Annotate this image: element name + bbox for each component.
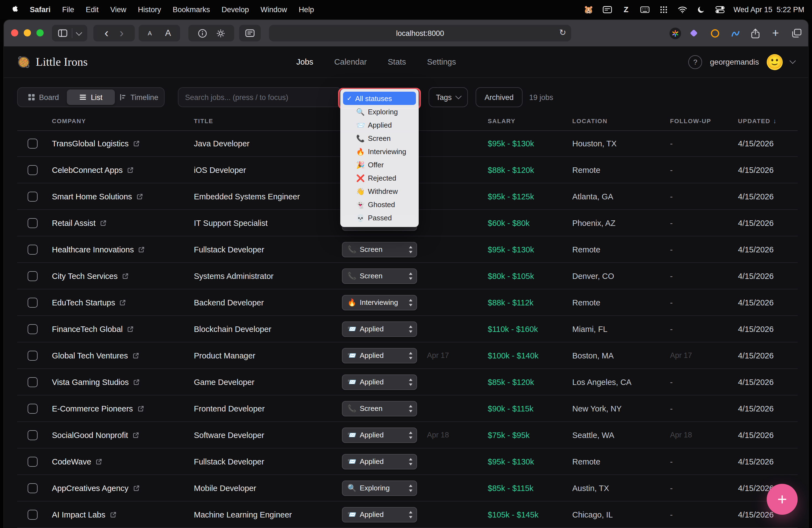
info-icon[interactable] <box>198 28 207 38</box>
settings-gear-icon[interactable] <box>216 28 225 38</box>
row-checkbox[interactable] <box>28 271 38 281</box>
menubar-item-edit[interactable]: Edit <box>86 5 99 14</box>
menubar-item-develop[interactable]: Develop <box>221 5 249 14</box>
status-option-interviewing[interactable]: 🔥Interviewing <box>343 145 416 158</box>
focus-moon-icon[interactable] <box>696 4 707 14</box>
menubar-item-window[interactable]: Window <box>260 5 287 14</box>
row-checkbox[interactable] <box>28 165 38 175</box>
status-option-applied[interactable]: 📨Applied <box>343 118 416 131</box>
menubar-item-bookmarks[interactable]: Bookmarks <box>173 5 210 14</box>
row-checkbox[interactable] <box>28 138 38 148</box>
external-link-icon[interactable] <box>127 326 134 332</box>
user-menu-chevron-icon[interactable] <box>789 58 796 64</box>
apple-menu-icon[interactable] <box>11 5 18 14</box>
extension-pinwheel-icon[interactable] <box>668 27 682 40</box>
status-select[interactable]: 📞Screen <box>342 268 417 283</box>
external-link-icon[interactable] <box>120 299 126 306</box>
tags-filter-button[interactable]: Tags <box>429 87 468 107</box>
header-updated[interactable]: Updated↓ <box>738 117 798 125</box>
new-tab-icon[interactable]: + <box>769 27 782 40</box>
close-window-button[interactable] <box>11 29 18 36</box>
external-link-icon[interactable] <box>100 220 106 226</box>
table-row[interactable]: CodeWaveFullstack Developer📨Applied$95k … <box>17 449 798 475</box>
table-row[interactable]: SocialGood NonprofitSoftware Developer📨A… <box>17 422 798 449</box>
extension-purple-icon[interactable] <box>687 27 700 40</box>
avatar[interactable]: 🙂 <box>767 54 783 70</box>
nav-jobs[interactable]: Jobs <box>296 57 313 66</box>
minimize-window-button[interactable] <box>24 29 31 36</box>
larger-text-button[interactable]: A <box>159 28 178 38</box>
row-checkbox[interactable] <box>28 297 38 307</box>
archived-button[interactable]: Archived <box>476 87 523 107</box>
row-checkbox[interactable] <box>28 324 38 334</box>
page-settings-button[interactable] <box>239 25 261 41</box>
external-link-icon[interactable] <box>137 405 144 412</box>
status-option-rejected[interactable]: ❌Rejected <box>343 171 416 185</box>
extension-blue-icon[interactable] <box>729 27 742 40</box>
external-link-icon[interactable] <box>139 246 145 253</box>
add-job-button[interactable]: + <box>767 484 798 515</box>
external-link-icon[interactable] <box>132 352 139 359</box>
sidebar-toggle-button[interactable] <box>52 25 87 41</box>
external-link-icon[interactable] <box>110 511 116 518</box>
view-timeline[interactable]: Timeline <box>115 89 162 105</box>
help-button[interactable]: ? <box>688 55 702 69</box>
status-select[interactable]: 📨Applied <box>342 507 417 522</box>
status-select[interactable]: 📨Applied <box>342 348 417 363</box>
external-link-icon[interactable] <box>133 140 140 147</box>
header-location[interactable]: Location <box>572 118 670 124</box>
table-row[interactable]: City Tech ServicesSystems Administrator📞… <box>17 263 798 289</box>
menubar-clock[interactable]: Wed Apr 15 5:22 PM <box>734 5 804 14</box>
back-button[interactable]: ‹ <box>99 27 114 39</box>
status-option-exploring[interactable]: 🔍Exploring <box>343 105 416 118</box>
reload-icon[interactable]: ↻ <box>559 28 566 38</box>
status-option-offer[interactable]: 🎉Offer <box>343 158 416 171</box>
row-checkbox[interactable] <box>28 191 38 201</box>
external-link-icon[interactable] <box>136 193 143 200</box>
card-icon[interactable] <box>602 4 613 14</box>
nav-settings[interactable]: Settings <box>427 57 456 66</box>
external-link-icon[interactable] <box>122 273 129 279</box>
status-option-passed[interactable]: 💀Passed <box>343 211 416 224</box>
brand[interactable]: 🥘 Little Irons <box>17 55 88 69</box>
view-board[interactable]: Board <box>19 89 67 105</box>
external-link-icon[interactable] <box>96 458 102 465</box>
tab-overview-icon[interactable] <box>790 27 803 40</box>
status-select[interactable]: 📨Applied <box>342 321 417 337</box>
wifi-icon[interactable] <box>677 4 688 14</box>
menubar-item-file[interactable]: File <box>62 5 74 14</box>
external-link-icon[interactable] <box>133 431 139 438</box>
menubar-item-view[interactable]: View <box>110 5 126 14</box>
zoom-menubar-icon[interactable]: Z <box>621 4 632 14</box>
row-checkbox[interactable] <box>28 377 38 387</box>
nav-calendar[interactable]: Calendar <box>334 57 367 66</box>
keyboard-icon[interactable] <box>640 4 650 14</box>
table-row[interactable]: AI Impact LabsMachine Learning Engineer📨… <box>17 501 798 528</box>
row-checkbox[interactable] <box>28 218 38 228</box>
nav-stats[interactable]: Stats <box>388 57 406 66</box>
forward-button[interactable]: › <box>114 27 129 39</box>
table-row[interactable]: FinanceTech GlobalBlockchain Developer📨A… <box>17 316 798 342</box>
menubar-item-help[interactable]: Help <box>299 5 314 14</box>
status-select[interactable]: 📞Screen <box>342 401 417 416</box>
row-checkbox[interactable] <box>28 456 38 466</box>
grid-icon[interactable] <box>658 4 669 14</box>
view-list[interactable]: List <box>67 89 115 105</box>
row-checkbox[interactable] <box>28 404 38 413</box>
status-select[interactable]: 📞Screen <box>342 241 417 257</box>
search-input[interactable]: Search jobs... (press / to focus) <box>178 87 342 107</box>
extension-orange-icon[interactable] <box>708 27 721 40</box>
table-row[interactable]: Global Tech VenturesProduct Manager📨Appl… <box>17 342 798 369</box>
address-bar[interactable]: localhost:8000 ↻ <box>269 25 571 41</box>
status-select[interactable]: 📨Applied <box>342 454 417 469</box>
status-select[interactable]: 🔍Exploring <box>342 480 417 496</box>
menubar-app-icon[interactable]: 🐹 <box>583 4 594 14</box>
zoom-window-button[interactable] <box>37 29 44 36</box>
header-title[interactable]: Title <box>194 118 342 124</box>
status-option-screen[interactable]: 📞Screen <box>343 131 416 145</box>
share-icon[interactable] <box>749 27 762 40</box>
smaller-text-button[interactable]: A <box>141 30 159 36</box>
control-center-icon[interactable] <box>715 4 725 14</box>
status-select[interactable]: 📨Applied <box>342 374 417 390</box>
external-link-icon[interactable] <box>133 485 140 491</box>
